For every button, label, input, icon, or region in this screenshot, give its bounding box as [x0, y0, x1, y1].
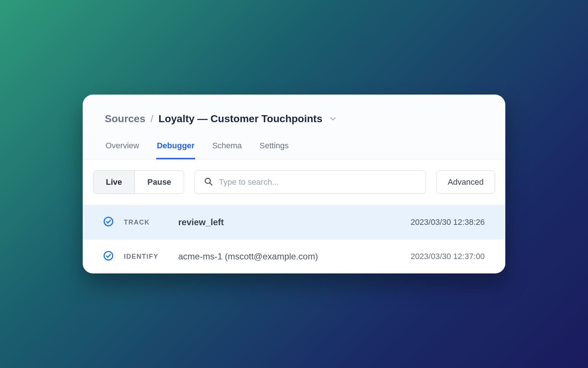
svg-point-2	[104, 217, 112, 226]
tab-overview[interactable]: Overview	[105, 141, 140, 159]
event-type: IDENTIFY	[124, 253, 168, 261]
breadcrumb-current[interactable]: Loyalty — Customer Touchpoints	[158, 113, 322, 125]
event-row[interactable]: TRACK review_left 2023/03/30 12:38:26	[83, 205, 505, 239]
check-circle-icon	[103, 251, 114, 262]
event-name: review_left	[178, 217, 400, 227]
event-timestamp: 2023/03/30 12:38:26	[410, 217, 485, 227]
pause-button[interactable]: Pause	[135, 171, 184, 194]
tab-debugger[interactable]: Debugger	[156, 141, 196, 159]
svg-point-0	[205, 178, 210, 183]
tab-bar: Overview Debugger Schema Settings	[83, 141, 505, 159]
event-name: acme-ms-1 (mscott@example.com)	[178, 251, 400, 262]
live-pause-toggle: Live Pause	[93, 170, 184, 194]
search-icon	[204, 177, 213, 188]
card-header: Sources / Loyalty — Customer Touchpoints	[83, 95, 505, 125]
event-row[interactable]: IDENTIFY acme-ms-1 (mscott@example.com) …	[83, 239, 505, 273]
tab-schema[interactable]: Schema	[211, 141, 243, 159]
search-input[interactable]	[219, 177, 417, 187]
tab-settings[interactable]: Settings	[259, 141, 290, 159]
search-field[interactable]	[194, 170, 426, 194]
svg-line-1	[210, 183, 212, 185]
advanced-button[interactable]: Advanced	[436, 170, 495, 194]
event-type: TRACK	[124, 219, 168, 226]
check-circle-icon	[103, 216, 114, 228]
toolbar: Live Pause Advanced	[83, 159, 505, 205]
debugger-card: Sources / Loyalty — Customer Touchpoints…	[83, 95, 505, 273]
caret-down-icon[interactable]	[330, 116, 336, 122]
breadcrumb-separator: /	[151, 113, 154, 125]
event-list: TRACK review_left 2023/03/30 12:38:26 ID…	[83, 205, 505, 273]
event-timestamp: 2023/03/30 12:37:00	[410, 252, 485, 261]
breadcrumb: Sources / Loyalty — Customer Touchpoints	[105, 113, 483, 125]
breadcrumb-root[interactable]: Sources	[105, 113, 146, 125]
live-button[interactable]: Live	[93, 171, 135, 194]
svg-point-3	[104, 251, 112, 260]
